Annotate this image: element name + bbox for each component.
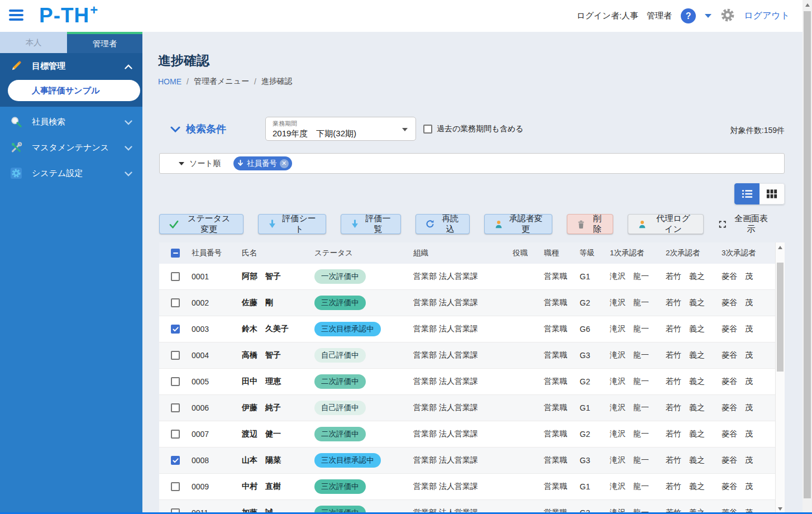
list-view-button[interactable] <box>734 183 760 204</box>
employee-id-cell: 0002 <box>190 298 241 307</box>
table-row: 0005田中 理恵二次評価中営業部 法人営業課営業職G2滝沢 龍一若竹 義之菱谷… <box>159 369 775 395</box>
sidebar-item-employee-search[interactable]: 社員検索 <box>0 109 142 135</box>
search-conditions-toggle[interactable]: 検索条件 <box>170 122 226 136</box>
row-checkbox[interactable] <box>171 403 180 412</box>
select-all-checkbox[interactable] <box>171 249 180 258</box>
pencil-icon <box>10 60 22 72</box>
progress-table: 社員番号氏名ステータス組織役職職種等級1次承認者2次承認者3次承認者 0001阿… <box>159 242 785 514</box>
job-type-cell: 営業職 <box>543 298 579 308</box>
grade-cell: G1 <box>579 482 609 491</box>
fullscreen-button[interactable]: 全画面表示 <box>718 213 770 235</box>
table-scrollbar[interactable] <box>775 242 785 514</box>
grade-cell: G3 <box>579 456 609 465</box>
sort-chip-employee-number[interactable]: 社員番号 ✕ <box>233 156 292 170</box>
user-menu-caret-icon[interactable] <box>705 14 711 18</box>
column-header-7: 1次承認者 <box>609 248 665 258</box>
download-arrow-icon <box>268 219 277 230</box>
table-row: 0003鈴木 久美子三次目標承認中営業部 法人営業課営業職G6滝沢 龍一若竹 義… <box>159 316 775 342</box>
chip-close-icon[interactable]: ✕ <box>280 159 289 168</box>
table-row: 0001阿部 智子一次評価中営業部 法人営業課営業職G1滝沢 龍一若竹 義之菱谷… <box>159 264 775 290</box>
view-toggle <box>734 183 785 204</box>
status-change-button[interactable]: ステータス変更 <box>159 214 243 234</box>
employee-name-cell: 中村 直樹 <box>241 482 313 492</box>
evaluation-sheet-button[interactable]: 評価シート <box>258 214 326 234</box>
approver2-cell: 若竹 義之 <box>665 482 720 492</box>
tab-admin[interactable]: 管理者 <box>67 32 142 53</box>
main-content: 進捗確認 HOME / 管理者メニュー / 進捗確認 検索条件 業務期間 201… <box>142 32 803 514</box>
status-badge: 二次評価中 <box>314 427 366 441</box>
row-checkbox[interactable] <box>171 298 180 307</box>
row-checkbox[interactable] <box>171 377 180 386</box>
status-badge: 一次評価中 <box>314 269 366 284</box>
row-checkbox[interactable] <box>171 351 180 360</box>
organization-cell: 営業部 法人営業課 <box>412 429 512 439</box>
arrow-down-icon <box>237 160 244 167</box>
reload-button[interactable]: 再読込 <box>415 214 469 234</box>
approver-change-button[interactable]: 承認者変更 <box>484 214 552 234</box>
grade-cell: G2 <box>579 377 609 386</box>
button-label: 評価シート <box>282 213 317 235</box>
approver2-cell: 若竹 義之 <box>665 272 720 282</box>
organization-cell: 営業部 法人営業課 <box>412 298 512 308</box>
login-user-label: ログイン者:人事 管理者 <box>577 11 672 21</box>
sidebar-item-goal-management[interactable]: 目標管理 <box>0 53 142 79</box>
employee-name-cell: 田中 理恵 <box>241 377 313 387</box>
row-checkbox[interactable] <box>171 272 180 281</box>
sidebar-item-system-settings[interactable]: システム設定 <box>0 160 142 186</box>
page-scrollbar-thumb[interactable] <box>804 11 811 498</box>
column-header-6: 等級 <box>579 248 609 258</box>
job-type-cell: 営業職 <box>543 403 579 413</box>
settings-gear-icon[interactable] <box>720 8 735 25</box>
include-past-periods-checkbox[interactable] <box>423 125 432 134</box>
approver2-cell: 若竹 義之 <box>665 403 720 413</box>
grade-cell: G2 <box>579 298 609 307</box>
job-type-cell: 営業職 <box>543 377 579 387</box>
proxy-login-button[interactable]: 代理ログイン <box>628 214 704 234</box>
employee-id-cell: 0007 <box>190 430 241 439</box>
grade-cell: G1 <box>579 272 609 281</box>
grade-cell: G2 <box>579 430 609 439</box>
row-checkbox[interactable] <box>171 430 180 439</box>
delete-button[interactable]: 削除 <box>567 214 613 234</box>
fullscreen-icon <box>718 220 727 229</box>
checkbox-label: 過去の業務期間も含める <box>437 124 523 134</box>
sidebar-item-master-maintenance[interactable]: マスタメンテナンス <box>0 135 142 160</box>
business-period-select[interactable]: 業務期間 2019年度 下期(32期) <box>265 117 416 141</box>
trash-icon <box>576 219 586 230</box>
logout-button[interactable]: ログアウト <box>744 10 790 22</box>
page-scroll-up-icon[interactable] <box>803 0 812 9</box>
select-caret-icon <box>402 128 408 131</box>
sort-collapse-caret-icon[interactable] <box>179 162 184 165</box>
row-checkbox[interactable] <box>171 456 180 465</box>
page-scrollbar[interactable] <box>803 0 812 514</box>
sidebar-item-label: 目標管理 <box>32 61 65 72</box>
employee-id-cell: 0005 <box>190 377 241 386</box>
row-checkbox[interactable] <box>171 325 180 334</box>
chevron-down-icon <box>125 117 132 127</box>
breadcrumb-home-link[interactable]: HOME <box>158 77 181 86</box>
grid-view-button[interactable] <box>760 183 785 204</box>
include-past-periods-checkbox-row[interactable]: 過去の業務期間も含める <box>423 124 523 134</box>
organization-cell: 営業部 法人営業課 <box>412 350 512 360</box>
hamburger-menu-icon[interactable] <box>9 9 23 22</box>
chevron-up-icon <box>125 61 132 71</box>
breadcrumb-current: 進捗確認 <box>261 77 293 87</box>
table-scrollbar-thumb[interactable] <box>777 263 784 372</box>
organization-cell: 営業部 法人営業課 <box>412 403 512 413</box>
help-icon[interactable]: ? <box>681 8 696 23</box>
approver3-cell: 菱谷 茂 <box>720 455 775 465</box>
application-window: P-TH+ ログイン者:人事 管理者 ? ログアウト 本人 管理者 <box>0 0 812 514</box>
evaluation-list-button[interactable]: 評価一覧 <box>341 214 402 234</box>
approver2-cell: 若竹 義之 <box>665 455 720 465</box>
row-checkbox[interactable] <box>171 482 180 491</box>
table-row: 0004高橋 智子自己評価中営業部 法人営業課営業職G3滝沢 龍一若竹 義之菱谷… <box>159 342 775 369</box>
employee-id-cell: 0008 <box>190 456 241 465</box>
logo-plus: + <box>90 2 98 17</box>
sidebar-item-hr-evaluation-sample[interactable]: 人事評価サンプル <box>8 80 140 101</box>
column-header-0: 社員番号 <box>190 248 241 258</box>
approver1-cell: 滝沢 龍一 <box>609 403 665 413</box>
tab-self[interactable]: 本人 <box>0 32 67 53</box>
scroll-up-icon[interactable] <box>776 243 785 252</box>
result-count: 対象件数:159件 <box>730 126 785 136</box>
employee-name-cell: 山本 陽菜 <box>241 455 313 465</box>
